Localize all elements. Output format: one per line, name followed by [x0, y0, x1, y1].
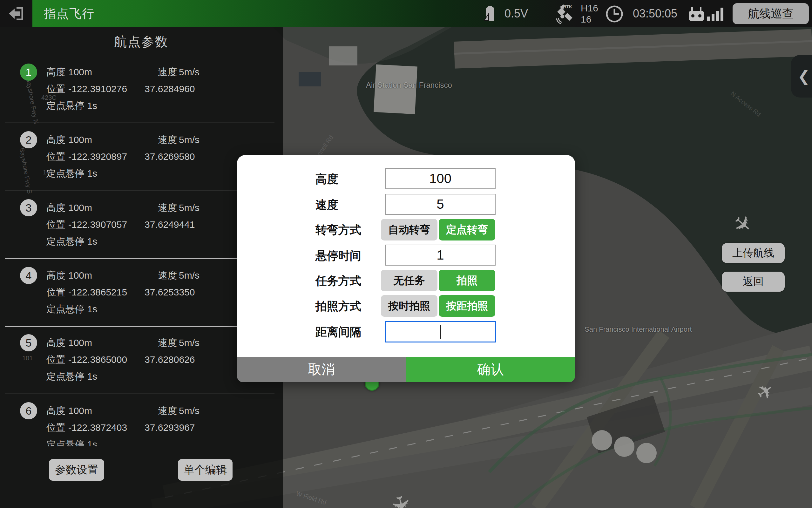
speed-input[interactable]: 5: [385, 194, 496, 215]
battery-voltage: 0.5V: [505, 0, 528, 27]
cancel-button[interactable]: 取消: [237, 357, 406, 382]
waypoint-hover-text: 定点悬停 1s: [46, 303, 97, 315]
waypoint-speed-label: 速度: [158, 269, 177, 282]
task-mode-label: 任务方式: [315, 273, 361, 289]
altitude-label: 高度: [315, 172, 338, 187]
turn-mode-toggle: 自动转弯 定点转弯: [381, 219, 495, 241]
waypoint-altitude-value: 100m: [68, 133, 92, 146]
photo-timed-option[interactable]: 按时拍照: [381, 295, 437, 317]
waypoint-altitude-label: 高度: [46, 269, 66, 282]
turn-fixed-option[interactable]: 定点转弯: [439, 219, 495, 241]
single-edit-button[interactable]: 单个编辑: [178, 459, 232, 481]
waypoint-divider: [5, 394, 274, 394]
waypoint-number-badge[interactable]: 3: [20, 199, 37, 216]
waypoint-divider: [5, 258, 274, 259]
task-photo-option[interactable]: 拍照: [439, 270, 495, 291]
text-cursor: [440, 325, 441, 339]
signal-bar: [721, 8, 723, 21]
signal-strength-bars: [707, 7, 729, 21]
waypoint-hover-text: 定点悬停 1s: [46, 167, 97, 180]
waypoint-position-label: 位置: [46, 150, 66, 163]
chevron-left-icon: ❮: [798, 68, 810, 85]
rtk-status: H16 16: [581, 3, 598, 25]
photo-distance-option[interactable]: 按距拍照: [439, 295, 495, 317]
waypoint-number-badge[interactable]: 2: [20, 131, 37, 149]
route-patrol-button[interactable]: 航线巡查: [733, 3, 809, 24]
waypoint-divider: [5, 123, 274, 123]
page-title: 指点飞行: [44, 0, 95, 27]
waypoint-number-badge[interactable]: 6: [20, 402, 37, 419]
waypoint-hover-text: 定点悬停 1s: [46, 370, 97, 383]
map-road-label: Bayshore Fwy N: [25, 77, 40, 124]
upload-route-button[interactable]: 上传航线: [722, 243, 785, 263]
waypoint-speed-label: 速度: [158, 133, 177, 146]
waypoint-speed-value: 5m/s: [179, 202, 200, 214]
waypoint-longitude: -122.3920897: [68, 150, 127, 163]
turn-mode-label: 转弯方式: [315, 222, 361, 238]
waypoint-speed-label: 速度: [158, 405, 177, 417]
turn-auto-option[interactable]: 自动转弯: [381, 219, 437, 241]
waypoint-latitude: 37.6293967: [144, 421, 195, 434]
waypoint-position-label: 位置: [46, 218, 66, 231]
waypoint-altitude-value: 100m: [68, 202, 92, 214]
waypoint-altitude-value: 100m: [68, 405, 92, 417]
waypoint-speed-label: 速度: [158, 66, 177, 79]
confirm-button[interactable]: 确认: [406, 357, 575, 382]
flight-time: 03:50:05: [633, 0, 677, 27]
speed-label: 速度: [315, 197, 338, 213]
map-road-label: Bayshore Fwy S: [18, 147, 33, 194]
hover-time-input[interactable]: 1: [385, 245, 496, 266]
return-button[interactable]: 返回: [722, 271, 785, 292]
map-road-badge: 101: [22, 354, 33, 362]
exit-back-button[interactable]: [0, 0, 32, 27]
rtk-satellite-icon: RTK: [554, 4, 578, 24]
waypoint-latitude: 37.6280626: [144, 353, 195, 366]
waypoint-hover-text: 定点悬停 1s: [46, 438, 97, 447]
waypoint-speed-value: 5m/s: [179, 405, 200, 417]
waypoint-hover-text: 定点悬停 1s: [46, 235, 97, 248]
waypoint-number-badge[interactable]: 4: [20, 267, 37, 284]
rtk-line1: H16: [581, 3, 598, 14]
waypoint-speed-value: 5m/s: [179, 269, 200, 282]
photo-mode-label: 拍照方式: [315, 299, 361, 314]
signal-bar: [716, 11, 719, 21]
signal-bar: [712, 14, 715, 21]
svg-text:RTK: RTK: [563, 4, 572, 9]
clock-icon: [605, 5, 623, 23]
distance-interval-label: 距离间隔: [315, 324, 361, 340]
waypoint-altitude-label: 高度: [46, 202, 66, 214]
waypoint-longitude: -122.3865215: [68, 286, 127, 299]
waypoint-latitude: 37.6284960: [144, 83, 195, 95]
waypoint-speed-value: 5m/s: [179, 66, 200, 79]
waypoint-hover-text: 定点悬停 1s: [46, 99, 97, 112]
rtk-line2: 16: [581, 14, 598, 25]
waypoint-number-badge[interactable]: 1: [20, 64, 37, 81]
waypoint-position-label: 位置: [46, 83, 66, 95]
photo-mode-toggle: 按时拍照 按距拍照: [381, 295, 495, 317]
waypoint-altitude-value: 100m: [68, 336, 92, 349]
task-mode-toggle: 无任务 拍照: [381, 270, 495, 291]
waypoint-longitude: -122.3872403: [68, 421, 127, 434]
distance-interval-input[interactable]: [385, 321, 496, 342]
collapse-panel-tab[interactable]: ❮: [791, 55, 812, 97]
waypoint-number-badge[interactable]: 5: [20, 334, 37, 351]
waypoint-latitude: 37.6269580: [144, 150, 195, 163]
param-settings-button[interactable]: 参数设置: [49, 459, 104, 481]
waypoint-altitude-value: 100m: [68, 269, 92, 282]
waypoint-edit-dialog: 高度 100 速度 5 转弯方式 自动转弯 定点转弯 悬停时间 1 任务方式 无…: [237, 155, 575, 382]
waypoint-divider: [5, 190, 274, 191]
waypoint-position-label: 位置: [46, 286, 66, 299]
exit-arrow-icon: [8, 7, 24, 20]
waypoint-altitude-label: 高度: [46, 133, 66, 146]
task-none-option[interactable]: 无任务: [381, 270, 437, 291]
waypoint-divider: [5, 326, 274, 327]
waypoint-altitude-value: 100m: [68, 66, 92, 79]
waypoint-position-label: 位置: [46, 421, 66, 434]
altitude-input[interactable]: 100: [385, 168, 496, 189]
waypoint-latitude: 37.6249441: [144, 218, 195, 231]
app-root: ✈ ✈ ✈ ✈ Air Station San Francisco San Fr…: [0, 0, 812, 508]
top-bar: 指点飞行 0.5V RTK H16 16 03:50:05: [0, 0, 812, 27]
waypoint-longitude: -122.3907057: [68, 218, 127, 231]
waypoint-altitude-label: 高度: [46, 66, 66, 79]
waypoint-position-label: 位置: [46, 353, 66, 366]
